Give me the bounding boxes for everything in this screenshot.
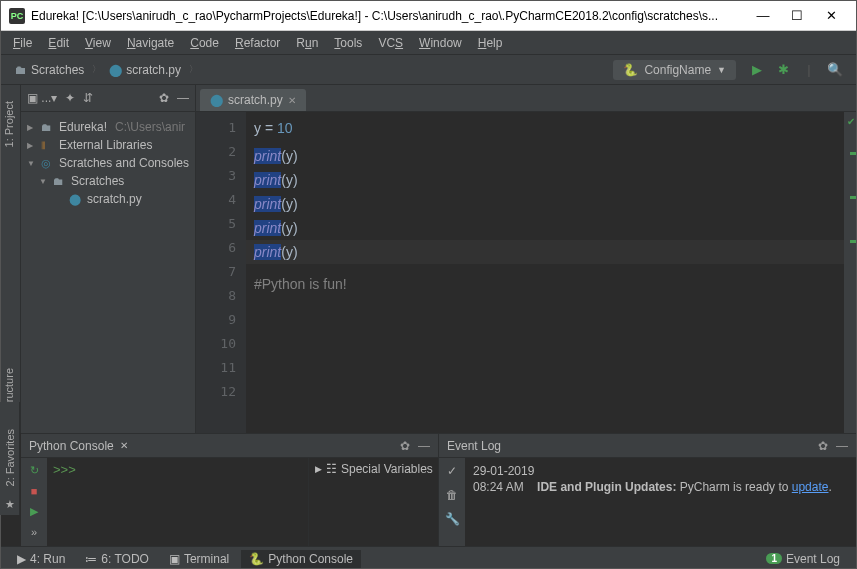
analysis-ok-icon: ✔ <box>847 116 855 127</box>
hide-icon[interactable]: — <box>177 91 189 105</box>
settings-icon[interactable]: 🔧 <box>445 512 460 526</box>
line-number: 10 <box>196 332 246 356</box>
console-gutter: ↻ ■ ▶ » <box>21 458 47 546</box>
bottom-tool-buttons: ▶4: Run ≔6: TODO ▣Terminal 🐍Python Conso… <box>1 546 856 569</box>
menu-tools[interactable]: Tools <box>326 34 370 52</box>
gear-icon[interactable]: ✿ <box>159 91 169 105</box>
gear-icon[interactable]: ✿ <box>818 439 828 453</box>
event-content: 29-01-2019 08:24 AM IDE and Plugin Updat… <box>465 458 856 546</box>
expand-arrow-icon: ▶ <box>315 464 322 474</box>
menu-refactor[interactable]: Refactor <box>227 34 288 52</box>
update-link[interactable]: update <box>792 480 829 494</box>
crumb-label: Scratches <box>31 63 84 77</box>
collapse-icon[interactable]: ⇵ <box>83 91 93 105</box>
view-mode-icon[interactable]: ▣ ...▾ <box>27 91 57 105</box>
code-line: print(y) <box>246 168 844 192</box>
close-icon[interactable]: ✕ <box>120 440 128 451</box>
tree-ext-libs[interactable]: ▶ ⦀ External Libraries <box>25 136 191 154</box>
run-icon[interactable]: ▶ <box>30 505 38 518</box>
code-pane[interactable]: y = 10 print(y) print(y) print(y) print(… <box>246 112 844 433</box>
star-icon: ★ <box>5 494 15 515</box>
gear-icon[interactable]: ✿ <box>400 439 410 453</box>
event-message: 08:24 AM IDE and Plugin Updates: PyCharm… <box>473 480 848 494</box>
line-number: 5 <box>196 212 246 236</box>
main-area: 1: Project 7: Structure ▣ ...▾ ✦ ⇵ ✿ — ▶… <box>1 85 856 433</box>
python-console-tool-button[interactable]: 🐍Python Console <box>241 550 361 568</box>
line-number-gutter: 1 2 3 4 5 6 7 8 9 10 11 12 <box>196 112 246 433</box>
event-count-badge: 1 <box>766 553 782 564</box>
menu-edit[interactable]: Edit <box>40 34 77 52</box>
tree-label: scratch.py <box>87 192 142 206</box>
line-number: 11 <box>196 356 246 380</box>
scratches-icon: ◎ <box>41 157 55 170</box>
hide-icon[interactable]: — <box>836 439 848 453</box>
breadcrumb-file[interactable]: ⬤ scratch.py <box>103 61 187 79</box>
terminal-tool-button[interactable]: ▣Terminal <box>161 550 237 568</box>
favorites-tab[interactable]: 2: Favorites <box>2 421 18 494</box>
menu-navigate[interactable]: Navigate <box>119 34 182 52</box>
menu-file[interactable]: File <box>5 34 40 52</box>
special-vars-header[interactable]: ▶ ☷ Special Variables <box>309 458 438 480</box>
hide-icon[interactable]: — <box>418 439 430 453</box>
more-icon[interactable]: » <box>31 526 37 538</box>
todo-tool-button[interactable]: ≔6: TODO <box>77 550 157 568</box>
line-number: 1 <box>196 116 246 140</box>
rerun-icon[interactable]: ↻ <box>30 464 39 477</box>
run-config-dropdown[interactable]: 🐍 ConfigName ▼ <box>613 60 736 80</box>
editor-overview-ruler[interactable]: ✔ <box>844 112 856 433</box>
tree-root[interactable]: ▶ 🖿 Edureka! C:\Users\anir <box>25 118 191 136</box>
event-bold: IDE and Plugin Updates: <box>537 480 676 494</box>
todo-icon: ≔ <box>85 552 97 566</box>
editor-tab[interactable]: ⬤ scratch.py ✕ <box>200 89 306 111</box>
close-button[interactable]: ✕ <box>814 1 848 31</box>
event-gutter: ✓ 🗑 🔧 <box>439 458 465 546</box>
crumb-label: scratch.py <box>126 63 181 77</box>
menu-window[interactable]: Window <box>411 34 470 52</box>
tree-scratches-consoles[interactable]: ▼ ◎ Scratches and Consoles <box>25 154 191 172</box>
tree-file[interactable]: ⬤ scratch.py <box>25 190 191 208</box>
run-button[interactable]: ▶ <box>747 60 767 80</box>
maximize-button[interactable]: ☐ <box>780 1 814 31</box>
python-file-icon: ⬤ <box>109 63 122 77</box>
minimize-button[interactable]: — <box>746 1 780 31</box>
panel-body: ✓ 🗑 🔧 29-01-2019 08:24 AM IDE and Plugin… <box>439 458 856 546</box>
panel-title: Event Log <box>447 439 501 453</box>
close-tab-icon[interactable]: ✕ <box>288 95 296 106</box>
target-icon[interactable]: ✦ <box>65 91 75 105</box>
menu-run[interactable]: Run <box>288 34 326 52</box>
breadcrumb-scratches[interactable]: 🖿 Scratches <box>9 61 90 79</box>
project-tree: ▶ 🖿 Edureka! C:\Users\anir ▶ ⦀ External … <box>21 112 195 433</box>
app-icon: PC <box>9 8 25 24</box>
python-icon: 🐍 <box>249 552 264 566</box>
line-number: 3 <box>196 164 246 188</box>
terminal-icon: ▣ <box>169 552 180 566</box>
menu-code[interactable]: Code <box>182 34 227 52</box>
editor-body: 1 2 3 4 5 6 7 8 9 10 11 12 y = 10 print(… <box>196 112 856 433</box>
expand-arrow-icon: ▼ <box>27 159 37 168</box>
folder-icon: 🖿 <box>41 121 55 133</box>
mark-read-icon[interactable]: ✓ <box>447 464 457 478</box>
clear-icon[interactable]: 🗑 <box>446 488 458 502</box>
event-log-tool-button[interactable]: 1 Event Log <box>758 550 848 568</box>
menu-vcs[interactable]: VCS <box>370 34 411 52</box>
debug-button[interactable]: ✱ <box>773 60 793 80</box>
menu-help[interactable]: Help <box>470 34 511 52</box>
menu-view[interactable]: View <box>77 34 119 52</box>
marker <box>850 152 856 155</box>
tree-scratches[interactable]: ▼ 🖿 Scratches <box>25 172 191 190</box>
run-tool-button[interactable]: ▶4: Run <box>9 550 73 568</box>
line-number: 12 <box>196 380 246 404</box>
tree-label: Scratches and Consoles <box>59 156 189 170</box>
code-line <box>246 300 844 304</box>
marker <box>850 240 856 243</box>
project-tab[interactable]: 1: Project <box>1 93 20 155</box>
stop-icon[interactable]: ■ <box>31 485 38 497</box>
code-line: print(y) <box>246 216 844 240</box>
search-button[interactable]: 🔍 <box>825 60 845 80</box>
line-number: 9 <box>196 308 246 332</box>
python-icon: 🐍 <box>623 63 638 77</box>
python-file-icon: ⬤ <box>210 93 223 107</box>
divider: | <box>799 60 819 80</box>
console-output[interactable]: >>> <box>47 458 308 546</box>
folder-icon: 🖿 <box>15 63 27 77</box>
